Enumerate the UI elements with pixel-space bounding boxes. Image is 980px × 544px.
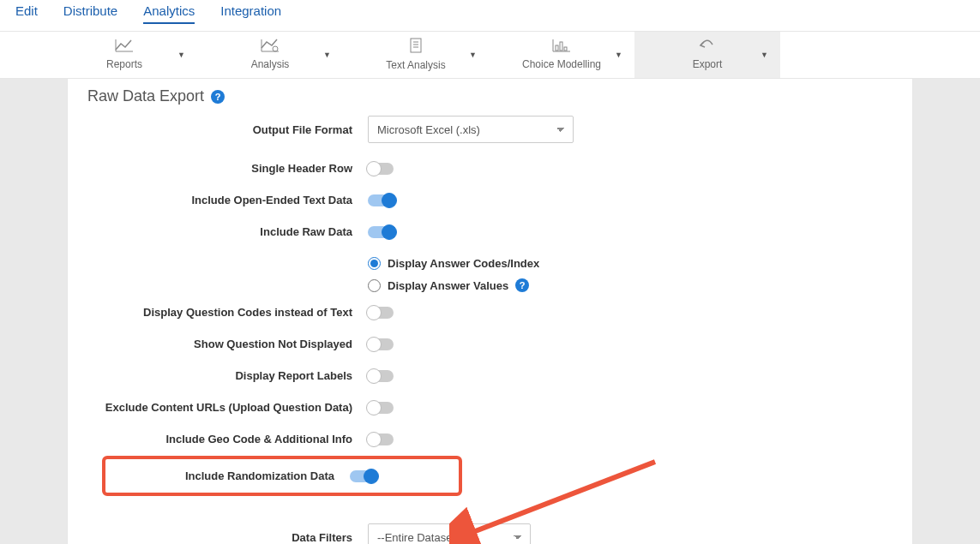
report-labels-label: Display Report Labels bbox=[102, 369, 368, 382]
question-codes-toggle[interactable] bbox=[368, 307, 394, 319]
geo-code-label: Include Geo Code & Additional Info bbox=[102, 433, 368, 445]
toolbar-text-analysis[interactable]: Text Analysis ▼ bbox=[343, 32, 489, 78]
chevron-down-icon: ▼ bbox=[761, 51, 768, 59]
single-header-label: Single Header Row bbox=[102, 162, 368, 175]
toolbar-label: Analysis bbox=[251, 58, 290, 70]
nav-analytics[interactable]: Analytics bbox=[143, 3, 195, 24]
toolbar-export[interactable]: Export ▼ bbox=[634, 32, 780, 78]
show-not-displayed-label: Show Question Not Displayed bbox=[102, 338, 368, 350]
toolbar-analysis[interactable]: Analysis ▼ bbox=[197, 32, 343, 78]
svg-rect-12 bbox=[560, 42, 562, 51]
toolbar-label: Export bbox=[693, 58, 723, 70]
exclude-urls-toggle[interactable] bbox=[368, 402, 394, 414]
nav-edit[interactable]: Edit bbox=[15, 3, 38, 24]
show-not-displayed-toggle[interactable] bbox=[368, 338, 394, 350]
radio-values-label: Display Answer Values bbox=[388, 279, 508, 292]
help-icon[interactable]: ? bbox=[211, 90, 225, 104]
page-title: Raw Data Export ? bbox=[87, 87, 878, 105]
output-format-label: Output File Format bbox=[102, 123, 368, 136]
chart-line-icon bbox=[114, 38, 135, 56]
randomization-toggle[interactable] bbox=[350, 470, 376, 482]
toolbar-label: Reports bbox=[106, 58, 142, 70]
analysis-icon bbox=[260, 38, 280, 56]
radio-codes-label: Display Answer Codes/Index bbox=[388, 257, 539, 270]
data-filters-label: Data Filters bbox=[102, 531, 368, 544]
exclude-urls-label: Exclude Content URLs (Upload Question Da… bbox=[102, 401, 368, 414]
svg-point-4 bbox=[273, 46, 278, 51]
export-panel: Raw Data Export ? Output File Format Mic… bbox=[67, 79, 913, 544]
chevron-down-icon: ▼ bbox=[469, 51, 477, 59]
top-nav: Edit Distribute Analytics Integration bbox=[0, 0, 980, 32]
open-ended-label: Include Open-Ended Text Data bbox=[102, 194, 368, 206]
chevron-down-icon: ▼ bbox=[177, 51, 185, 59]
toolbar-choice-modelling[interactable]: Choice Modelling ▼ bbox=[489, 32, 634, 78]
radio-values[interactable] bbox=[368, 279, 381, 292]
nav-integration[interactable]: Integration bbox=[220, 3, 281, 24]
svg-rect-5 bbox=[411, 39, 421, 52]
toolbar: Reports ▼ Analysis ▼ Text Analysis ▼ Cho… bbox=[0, 32, 980, 79]
toolbar-label: Text Analysis bbox=[386, 59, 445, 71]
toolbar-reports[interactable]: Reports ▼ bbox=[51, 32, 197, 78]
geo-code-towhere[interactable] bbox=[368, 433, 394, 445]
document-icon bbox=[407, 37, 424, 57]
question-codes-label: Display Question Codes instead of Text bbox=[102, 306, 368, 319]
single-header-toggle[interactable] bbox=[368, 163, 394, 175]
chevron-down-icon: ▼ bbox=[615, 51, 622, 59]
nav-distribute[interactable]: Distribute bbox=[63, 3, 117, 24]
highlight-randomization: Include Randomization Data bbox=[102, 456, 462, 496]
chevron-down-icon: ▼ bbox=[323, 51, 331, 59]
raw-data-label: Include Raw Data bbox=[102, 225, 368, 238]
data-filters-select[interactable]: --Entire Dataset-- bbox=[368, 523, 531, 544]
page-title-text: Raw Data Export bbox=[87, 87, 204, 105]
export-icon bbox=[697, 38, 718, 56]
svg-rect-11 bbox=[556, 45, 558, 51]
output-format-select[interactable]: Microsoft Excel (.xls) bbox=[368, 116, 574, 143]
toolbar-label: Choice Modelling bbox=[522, 58, 601, 70]
open-ended-toggle[interactable] bbox=[368, 194, 394, 206]
bar-chart-icon bbox=[551, 38, 572, 56]
page-body: Raw Data Export ? Output File Format Mic… bbox=[0, 79, 980, 544]
report-labels-toggle[interactable] bbox=[368, 370, 394, 382]
raw-data-toggle[interactable] bbox=[368, 226, 394, 238]
radio-codes[interactable] bbox=[368, 257, 381, 270]
help-icon[interactable]: ? bbox=[515, 278, 529, 292]
randomization-label: Include Randomization Data bbox=[105, 469, 350, 482]
svg-rect-13 bbox=[564, 47, 567, 51]
